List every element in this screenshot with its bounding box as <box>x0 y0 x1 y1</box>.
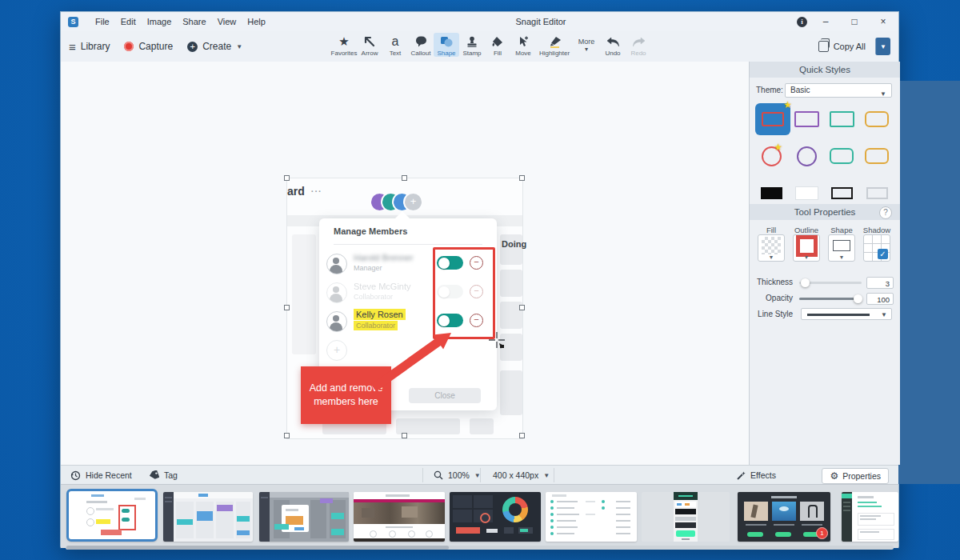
opacity-input[interactable]: 100 <box>866 293 894 305</box>
menu-help[interactable]: Help <box>242 17 271 26</box>
thumb-art <box>509 503 522 516</box>
style-swatch[interactable] <box>862 104 892 134</box>
selection-handle[interactable] <box>519 175 525 181</box>
menu-image[interactable]: Image <box>142 17 178 26</box>
popup-close-button[interactable]: Close <box>409 388 481 403</box>
tool-fill[interactable]: Fill <box>485 33 510 57</box>
help-icon[interactable]: ? <box>879 206 892 219</box>
style-swatch[interactable]: ★ <box>756 141 786 171</box>
line-style-select[interactable]: ▼ <box>801 308 892 320</box>
thickness-slider[interactable] <box>799 282 862 284</box>
tray-scrollbar-thumb[interactable] <box>66 546 449 550</box>
recent-thumbnail[interactable] <box>354 492 445 542</box>
tool-highlighter[interactable]: Highlighter <box>536 33 573 57</box>
edited-image[interactable]: ard ··· + Doing Manage Members Harold Br… <box>287 178 522 438</box>
opacity-slider[interactable] <box>799 298 862 300</box>
tool-arrow[interactable]: Arrow <box>357 33 382 57</box>
recent-thumbnail[interactable] <box>450 492 541 542</box>
selection-handle[interactable] <box>284 305 290 310</box>
close-button[interactable]: × <box>873 16 894 27</box>
star-icon: ★ <box>338 34 349 49</box>
shadow-property[interactable]: ✓ <box>863 234 890 262</box>
thickness-slider-knob[interactable] <box>801 278 810 287</box>
recent-thumbnail[interactable] <box>842 492 898 542</box>
tag-button[interactable]: Tag <box>149 466 178 485</box>
undo-button[interactable]: Undo <box>600 33 626 57</box>
properties-button[interactable]: ⚙ Properties <box>822 468 889 484</box>
thumb-art: 1 <box>816 527 828 539</box>
hide-recent-button[interactable]: Hide Recent <box>70 466 132 485</box>
selection-handle[interactable] <box>519 305 525 310</box>
recent-thumbnail[interactable] <box>259 492 349 542</box>
thumb-art <box>122 509 130 513</box>
style-swatch-selected[interactable]: ★ <box>755 103 790 135</box>
menu-share[interactable]: Share <box>177 17 211 26</box>
tool-more[interactable]: More ▾ <box>573 33 600 53</box>
opacity-slider-knob[interactable] <box>854 294 862 303</box>
shape-property[interactable]: ▼ <box>828 234 855 262</box>
thumb-art <box>860 515 881 517</box>
copy-all-button[interactable]: Copy All <box>818 41 866 52</box>
create-button[interactable]: + Create ▼ <box>187 41 242 52</box>
fill-property[interactable]: ▼ <box>758 234 785 262</box>
thumb-art <box>616 526 630 528</box>
thumb-art <box>259 492 270 542</box>
outline-property[interactable]: ▼ <box>793 234 820 262</box>
menu-file[interactable]: File <box>90 17 115 26</box>
tool-text[interactable]: a Text <box>382 33 408 57</box>
recent-thumbnail[interactable] <box>642 492 730 542</box>
thickness-input[interactable]: 3 <box>866 277 894 289</box>
recent-thumbnail[interactable] <box>546 492 637 542</box>
effects-button[interactable]: Effects <box>729 468 783 482</box>
style-swatch[interactable] <box>791 141 822 171</box>
annotation-rectangle[interactable] <box>433 247 495 339</box>
selection-handle[interactable] <box>402 433 407 438</box>
canvas-area[interactable]: ard ··· + Doing Manage Members Harold Br… <box>61 62 749 465</box>
style-swatch[interactable] <box>826 104 857 134</box>
board-title-fragment: ard ··· <box>287 185 322 198</box>
menu-view[interactable]: View <box>212 17 242 26</box>
capture-button[interactable]: Capture <box>124 41 173 52</box>
tool-callout[interactable]: Callout <box>408 33 434 57</box>
add-member-icon[interactable]: + <box>326 340 347 361</box>
thumb-art <box>675 522 696 528</box>
menu-edit[interactable]: Edit <box>115 17 142 26</box>
thumb-art <box>237 530 250 535</box>
shadow-checkbox[interactable]: ✓ <box>878 249 888 259</box>
thumb-art <box>616 501 630 502</box>
minimize-button[interactable]: – <box>815 16 836 27</box>
tag-icon <box>149 470 159 480</box>
thumb-art <box>858 506 882 507</box>
share-link-button[interactable]: Share Link ▼ <box>875 38 890 55</box>
share-link-dropdown[interactable]: ▼ <box>875 38 890 55</box>
selection-handle[interactable] <box>402 175 407 181</box>
info-icon[interactable]: i <box>797 17 807 27</box>
canvas-size-control[interactable]: 400 x 440px ▼ <box>493 466 550 485</box>
annotation-callout[interactable]: Add and remove members here <box>301 366 391 424</box>
zoom-control[interactable]: 100% ▼ <box>434 466 481 485</box>
thumb-art <box>676 530 695 537</box>
style-swatch[interactable] <box>826 141 857 171</box>
style-swatch[interactable] <box>862 141 892 171</box>
tool-shape[interactable]: Shape <box>434 33 459 57</box>
thumb-art <box>453 495 472 508</box>
thumb-art <box>675 517 696 521</box>
selection-handle[interactable] <box>284 433 290 438</box>
selection-handle[interactable] <box>284 175 290 181</box>
thumb-art <box>550 513 554 516</box>
tool-move[interactable]: Move <box>510 33 536 57</box>
thumb-art <box>480 513 490 523</box>
library-button[interactable]: ≡ Library <box>69 41 110 53</box>
theme-select[interactable]: Basic ▼ <box>785 83 892 98</box>
style-swatch[interactable] <box>791 104 822 134</box>
recent-thumbnail[interactable]: 1 <box>738 492 830 542</box>
thumb-art <box>772 502 796 521</box>
tool-stamp[interactable]: Stamp <box>459 33 485 57</box>
thumb-art <box>557 520 576 522</box>
recent-thumbnail-selected[interactable] <box>66 489 158 542</box>
maximize-button[interactable]: □ <box>844 16 865 27</box>
selection-handle[interactable] <box>519 433 525 438</box>
thumb-art <box>456 527 480 534</box>
recent-thumbnail[interactable] <box>163 492 253 542</box>
tool-favorites[interactable]: ★ Favorites <box>331 33 357 57</box>
